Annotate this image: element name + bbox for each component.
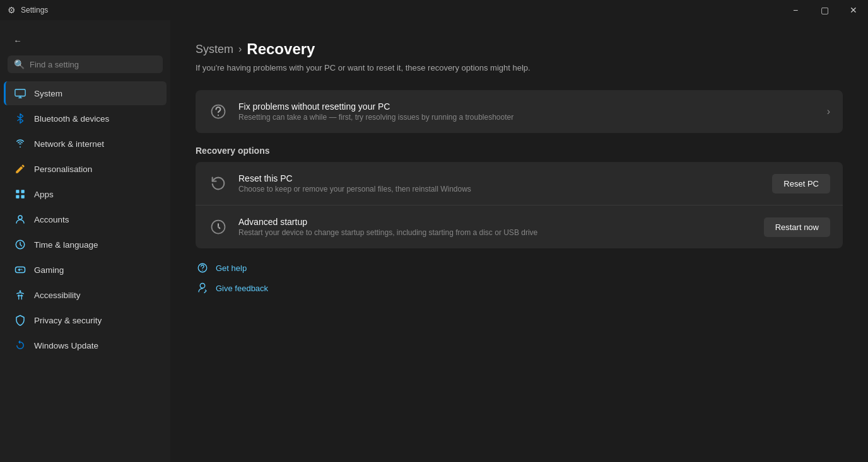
gaming-icon [14, 263, 26, 276]
fix-problems-text: Fix problems without resetting your PC R… [238, 101, 817, 122]
sidebar-item-label-network: Network & internet [34, 139, 104, 149]
svg-point-17 [218, 226, 219, 228]
search-icon: 🔍 [14, 59, 25, 69]
sidebar-search[interactable]: 🔍 [8, 55, 163, 73]
reset-pc-text: Reset this PC Choose to keep or remove y… [238, 173, 762, 193]
fix-problems-title: Fix problems without resetting your PC [238, 101, 817, 112]
breadcrumb-separator: › [238, 43, 242, 55]
update-icon [14, 339, 26, 352]
sidebar-item-accounts[interactable]: Accounts [4, 207, 167, 231]
sidebar-item-label-accessibility: Accessibility [34, 291, 81, 300]
sidebar-item-personalisation[interactable]: Personalisation [4, 157, 167, 181]
sidebar-item-label-privacy: Privacy & security [34, 316, 102, 325]
svg-rect-5 [16, 190, 19, 193]
sidebar-item-label-apps: Apps [34, 190, 54, 199]
advanced-startup-desc: Restart your device to change startup se… [238, 228, 754, 237]
sidebar-item-privacy[interactable]: Privacy & security [4, 308, 167, 332]
maximize-button[interactable]: ▢ [810, 0, 839, 20]
fix-problems-desc: Resetting can take a while — first, try … [238, 113, 817, 122]
get-help-label: Get help [216, 263, 247, 273]
breadcrumb-current: Recovery [247, 40, 315, 58]
page-subtitle: If you're having problems with your PC o… [196, 63, 843, 72]
sidebar-item-update[interactable]: Windows Update [4, 333, 167, 357]
sidebar-item-label-bluetooth: Bluetooth & devices [34, 114, 109, 124]
svg-rect-8 [21, 195, 25, 199]
sidebar-item-label-personalisation: Personalisation [34, 165, 92, 174]
network-icon [14, 137, 26, 150]
sidebar-item-apps[interactable]: Apps [4, 182, 167, 206]
fix-problems-row[interactable]: Fix problems without resetting your PC R… [196, 90, 843, 133]
title-bar-title: Settings [21, 6, 48, 14]
advanced-startup-row: Advanced startup Restart your device to … [196, 205, 843, 248]
apps-icon [14, 188, 26, 200]
breadcrumb-parent[interactable]: System [196, 43, 233, 56]
reset-pc-desc: Choose to keep or remove your personal f… [238, 185, 762, 193]
svg-rect-7 [16, 195, 19, 199]
sidebar-item-label-update: Windows Update [34, 341, 98, 350]
accounts-icon [14, 213, 26, 226]
settings-icon: ⚙ [8, 5, 16, 15]
title-bar: ⚙ Settings − ▢ ✕ [0, 0, 868, 20]
give-feedback-label: Give feedback [216, 284, 268, 293]
advanced-startup-title: Advanced startup [238, 217, 754, 227]
svg-point-12 [21, 269, 23, 270]
title-bar-left: ⚙ Settings [8, 5, 48, 15]
give-feedback-link[interactable]: Give feedback [196, 281, 843, 295]
link-section: Get help Give feedback [196, 261, 843, 295]
give-feedback-icon [196, 281, 209, 295]
sidebar-item-time[interactable]: Time & language [4, 233, 167, 257]
svg-point-14 [20, 291, 21, 292]
system-icon [14, 87, 26, 100]
sidebar-item-bluetooth[interactable]: Bluetooth & devices [4, 107, 167, 130]
personalisation-icon [14, 163, 26, 175]
close-button[interactable]: ✕ [839, 0, 868, 20]
reset-pc-row: Reset this PC Choose to keep or remove y… [196, 162, 843, 205]
sidebar-item-accessibility[interactable]: Accessibility [4, 283, 167, 307]
svg-point-4 [20, 147, 21, 148]
sidebar-item-label-accounts: Accounts [34, 215, 69, 224]
title-bar-controls: − ▢ ✕ [781, 0, 868, 20]
fix-problems-card[interactable]: Fix problems without resetting your PC R… [196, 90, 843, 133]
svg-rect-0 [15, 90, 25, 96]
accessibility-icon [14, 289, 26, 301]
sidebar-item-system[interactable]: System [4, 81, 167, 105]
search-input[interactable] [30, 60, 156, 69]
content-area: System › Recovery If you're having probl… [170, 20, 868, 462]
fix-problems-icon [208, 101, 228, 122]
chevron-right-icon: › [827, 106, 830, 117]
reset-pc-title: Reset this PC [238, 173, 762, 183]
restart-now-button[interactable]: Restart now [764, 217, 830, 237]
advanced-startup-icon [208, 217, 228, 237]
reset-pc-icon [208, 173, 228, 193]
time-icon [14, 238, 26, 251]
sidebar-item-network[interactable]: Network & internet [4, 132, 167, 156]
back-button[interactable]: ← [8, 30, 28, 50]
get-help-link[interactable]: Get help [196, 261, 843, 275]
svg-rect-6 [21, 190, 25, 193]
sidebar-item-label-gaming: Gaming [34, 265, 64, 275]
sidebar-item-gaming[interactable]: Gaming [4, 258, 167, 282]
sidebar-item-label-system: System [34, 89, 62, 98]
breadcrumb: System › Recovery [196, 40, 843, 58]
privacy-icon [14, 314, 26, 326]
recovery-options-card: Reset this PC Choose to keep or remove y… [196, 162, 843, 248]
advanced-startup-text: Advanced startup Restart your device to … [238, 217, 754, 237]
recovery-section-title: Recovery options [196, 146, 843, 156]
get-help-icon [196, 261, 209, 275]
bluetooth-icon [14, 112, 26, 125]
sidebar-item-label-time: Time & language [34, 240, 98, 250]
svg-point-9 [18, 216, 22, 219]
minimize-button[interactable]: − [781, 0, 810, 20]
svg-point-13 [21, 269, 22, 270]
sidebar: ← 🔍 System Bluetooth & devices Network &… [0, 20, 170, 462]
reset-pc-button[interactable]: Reset PC [772, 174, 830, 193]
app-container: ← 🔍 System Bluetooth & devices Network &… [0, 20, 868, 462]
